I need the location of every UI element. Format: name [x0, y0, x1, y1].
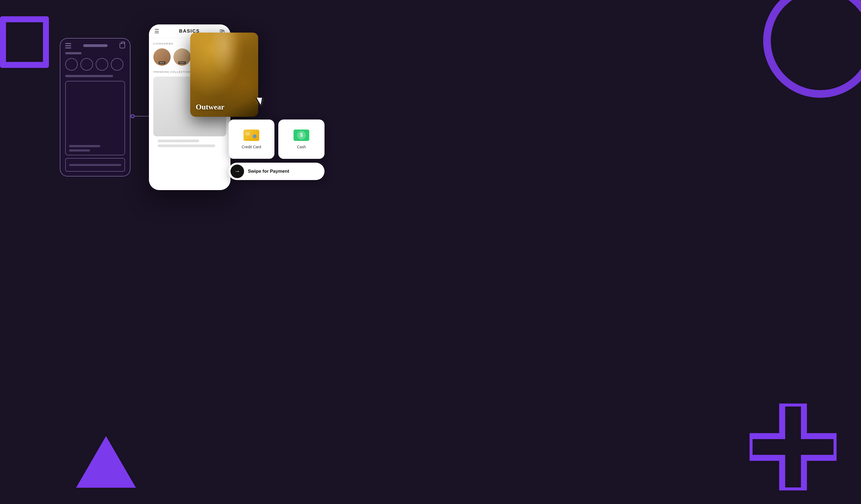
- outwear-product-image: Outwear: [190, 32, 258, 117]
- top-right-circle-decoration: [763, 0, 861, 98]
- outwear-product-label: Outwear: [196, 103, 224, 111]
- swipe-lines-area: [153, 140, 226, 147]
- category-tops-image: TOPS: [174, 48, 191, 66]
- category-tops-label: TOPS: [178, 61, 186, 64]
- swipe-line-2: [158, 144, 215, 147]
- wireframe-card-line-1: [69, 145, 100, 147]
- wireframe-circles-row: [65, 58, 125, 71]
- swipe-button-label: Swipe for Payment: [248, 169, 289, 174]
- wireframe-circle-4: [111, 58, 123, 71]
- credit-card-icon: [244, 129, 259, 141]
- wireframe-content-card: [65, 81, 125, 155]
- cash-dollar-symbol: $: [300, 132, 303, 138]
- wireframe-title-bar: [83, 44, 108, 47]
- wireframe-circle-3: [96, 58, 108, 71]
- wireframe-phone: [60, 38, 131, 177]
- swipe-arrow-circle: →: [231, 165, 244, 178]
- payment-panel: Credit Card $ Cash → Swipe for Payment: [228, 120, 325, 180]
- wireframe-line-1: [65, 75, 113, 77]
- phone-hamburger-icon[interactable]: ☰: [154, 28, 159, 34]
- swipe-for-payment-button[interactable]: → Swipe for Payment: [228, 163, 325, 180]
- cash-icon: $: [293, 129, 309, 141]
- connector-dot: [131, 114, 135, 118]
- bottom-right-plus-decoration: [750, 404, 836, 490]
- wireframe-hamburger-icon: [65, 43, 71, 48]
- wireframe-subtitle-bar: [65, 52, 82, 54]
- swipe-arrow-icon: →: [234, 168, 240, 175]
- cash-dollar-circle: $: [297, 131, 306, 140]
- wireframe-card-line-2: [69, 149, 90, 152]
- category-new[interactable]: NEW: [153, 48, 171, 66]
- category-new-image: NEW: [153, 48, 171, 66]
- credit-card-chip-dot: [253, 135, 257, 138]
- wireframe-circle-2: [80, 58, 93, 71]
- top-left-square-decoration: [0, 16, 49, 68]
- category-new-label: NEW: [159, 61, 165, 64]
- credit-card-option[interactable]: Credit Card: [228, 120, 274, 159]
- swipe-line-1: [158, 140, 199, 142]
- cash-label: Cash: [297, 145, 306, 149]
- wireframe-bottom-bar: [65, 158, 125, 172]
- outwear-product-card[interactable]: Outwear: [190, 32, 258, 117]
- wireframe-circle-1: [65, 58, 78, 71]
- bottom-left-triangle-decoration: [76, 436, 136, 488]
- wireframe-bag-icon: [120, 43, 125, 48]
- category-tops[interactable]: TOPS: [174, 48, 191, 66]
- wireframe-header: [65, 43, 125, 48]
- mouse-cursor: [256, 98, 262, 106]
- payment-options-row: Credit Card $ Cash: [228, 120, 325, 159]
- cash-option[interactable]: $ Cash: [278, 120, 325, 159]
- credit-card-label: Credit Card: [242, 145, 261, 149]
- wireframe-bottom-line: [69, 164, 121, 166]
